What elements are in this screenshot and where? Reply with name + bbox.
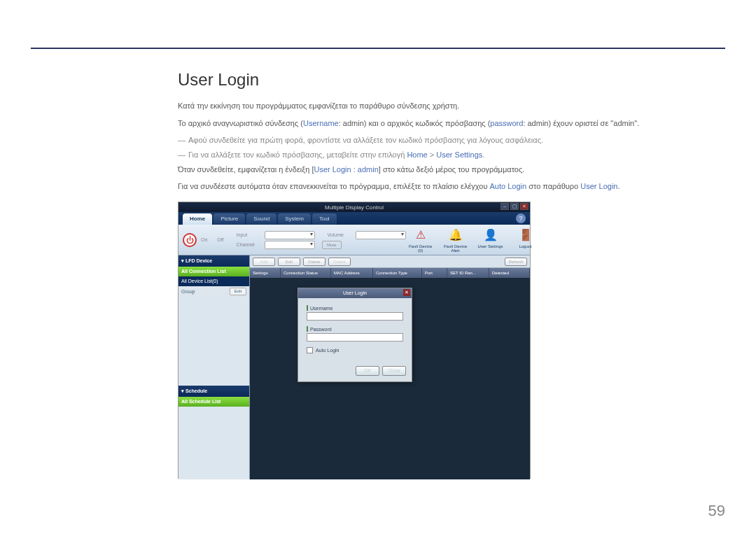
label: Fault Device (0) [406, 244, 435, 253]
document-content: User Login Κατά την εκκίνηση του προγράμ… [178, 70, 725, 479]
text: Αφού συνδεθείτε για πρώτη φορά, φροντίστ… [188, 136, 543, 144]
logout-icon: 🚪 [518, 227, 533, 243]
text: . [482, 150, 484, 159]
user-settings-link: User Settings [436, 150, 482, 159]
text: Για να αλλάξετε τον κωδικό πρόσβασης, με… [188, 150, 407, 159]
auto-login-paragraph: Για να συνδέεστε αυτόματα όταν επανεκκιν… [178, 180, 725, 193]
login-dialog-title: User Login ✕ [298, 288, 412, 298]
main-tabs: Home Picture Sound System Tool [178, 212, 530, 225]
login-close-button[interactable]: Close [382, 366, 406, 376]
mute-button[interactable]: Mute [322, 241, 342, 249]
app-titlebar: Multiple Display Control – ▢ ✕ [178, 202, 530, 212]
sidebar-all-device[interactable]: All Device List(0) [178, 276, 249, 286]
page-top-divider [31, 48, 725, 49]
minimize-button[interactable]: – [500, 203, 509, 210]
channel-select[interactable] [265, 241, 315, 249]
auto-login-keyword: Auto Login [489, 182, 526, 190]
close-button[interactable]: ✕ [520, 203, 528, 210]
text: Το αρχικό αναγνωριστικό σύνδεσης ( [178, 119, 303, 127]
password-input[interactable] [307, 333, 403, 342]
th-detected[interactable]: Detected [489, 268, 530, 278]
app-screenshot: Multiple Display Control – ▢ ✕ Home Pict… [178, 202, 531, 479]
fault-alert-icon: 🔔 [448, 227, 463, 243]
fault-alert-button[interactable]: 🔔 Fault Device Alert [441, 227, 470, 253]
table-header: Settings Connection Status MAC Address C… [250, 268, 530, 278]
fault-device-icon: ⚠ [413, 227, 428, 243]
text: > [428, 150, 437, 159]
sidebar-lfd-header[interactable]: ▾ LFD Device [178, 255, 249, 267]
text: Όταν συνδεθείτε, εμφανίζεται η ένδειξη [ [178, 165, 314, 174]
sidebar-group-row: Group Edit [178, 286, 249, 297]
channel-label: Channel [237, 242, 262, 247]
window-title: Multiple Display Control [325, 204, 384, 211]
intro-paragraph: Κατά την εκκίνηση του προγράμματος εμφαν… [178, 99, 725, 113]
text: ] στο κάτω δεξιό μέρος του προγράμματος. [379, 165, 525, 174]
dash: ― [178, 150, 186, 159]
sidebar-all-connection[interactable]: All Connection List [178, 267, 249, 276]
delete-button[interactable]: Delete [303, 258, 326, 266]
edit-button[interactable]: Edit [278, 258, 300, 266]
tab-picture[interactable]: Picture [214, 213, 245, 225]
th-mac[interactable]: MAC Address [331, 268, 373, 278]
sidebar-bottom-spacer [178, 407, 249, 479]
refresh-button[interactable]: Refresh [505, 258, 527, 266]
th-connection-type[interactable]: Connection Type [373, 268, 422, 278]
th-setid[interactable]: SET ID Ran... [447, 268, 489, 278]
volume-label: Volume [328, 232, 353, 237]
off-label: Off [217, 237, 223, 242]
login-dialog: User Login ✕ Username Password Auto Logi… [298, 288, 412, 382]
label: Logout [519, 244, 531, 248]
fault-device-button[interactable]: ⚠ Fault Device (0) [406, 227, 435, 253]
th-port[interactable]: Port [422, 268, 447, 278]
username-input[interactable] [307, 312, 403, 321]
username-label: Username [307, 305, 403, 311]
auto-login-checkbox[interactable]: Auto Login [307, 347, 403, 353]
dash: ― [178, 136, 186, 144]
tab-home[interactable]: Home [183, 213, 212, 225]
toolbar: ⏻ On Off Input Volume Channel Mute [178, 225, 530, 255]
maximize-button[interactable]: ▢ [510, 203, 519, 210]
label: Fault Device Alert [441, 244, 470, 253]
auto-login-label: Auto Login [316, 348, 339, 353]
sidebar-spacer [178, 297, 249, 386]
text: : admin) και ο αρχικός κωδικός πρόσβασης… [339, 119, 491, 127]
tab-sound[interactable]: Sound [246, 213, 276, 225]
toolbar-right: ⚠ Fault Device (0) 🔔 Fault Device Alert … [406, 227, 546, 253]
login-indicator-paragraph: Όταν συνδεθείτε, εμφανίζεται η ένδειξη [… [178, 163, 725, 176]
page-title: User Login [178, 70, 725, 90]
add-button[interactable]: Add [253, 258, 275, 266]
tab-tool[interactable]: Tool [312, 213, 337, 225]
note-navigate-settings: ―Για να αλλάξετε τον κωδικό πρόσβασης, μ… [178, 148, 725, 162]
text: Για να συνδέεστε αυτόματα όταν επανεκκιν… [178, 182, 489, 190]
group-edit-button[interactable]: Edit [230, 288, 246, 295]
tab-system[interactable]: System [278, 213, 311, 225]
text: στο παράθυρο [526, 182, 580, 190]
input-label: Input [237, 232, 262, 237]
logout-button[interactable]: 🚪 Logout [511, 227, 540, 253]
login-title-text: User Login [343, 290, 367, 295]
label: User Settings [478, 244, 503, 248]
crud-row: Add Edit Delete Detect Refresh [250, 255, 530, 268]
user-settings-icon: 👤 [483, 227, 498, 243]
user-settings-button[interactable]: 👤 User Settings [476, 227, 505, 253]
login-ok-button[interactable]: OK [356, 366, 379, 376]
checkbox-icon [307, 347, 313, 353]
page-number: 59 [708, 502, 725, 520]
login-indicator: User Login : admin [314, 165, 378, 174]
input-select[interactable] [265, 231, 315, 239]
volume-select[interactable] [356, 231, 406, 239]
th-connection-status[interactable]: Connection Status [281, 268, 331, 278]
sidebar-schedule-header[interactable]: ▾ Schedule [178, 386, 249, 397]
username-keyword: Username [303, 119, 339, 127]
power-on-icon[interactable]: ⏻ [183, 233, 197, 247]
note-change-password: ―Αφού συνδεθείτε για πρώτη φορά, φροντίσ… [178, 134, 725, 147]
on-label: On [201, 237, 207, 242]
detect-button[interactable]: Detect [328, 258, 351, 266]
sidebar-all-schedule[interactable]: All Schedule List [178, 397, 249, 407]
text: . [617, 182, 620, 190]
home-link: Home [407, 150, 427, 159]
user-login-keyword: User Login [580, 182, 617, 190]
th-settings[interactable]: Settings [250, 268, 281, 278]
group-label: Group [181, 289, 195, 294]
login-close-icon[interactable]: ✕ [403, 289, 410, 296]
